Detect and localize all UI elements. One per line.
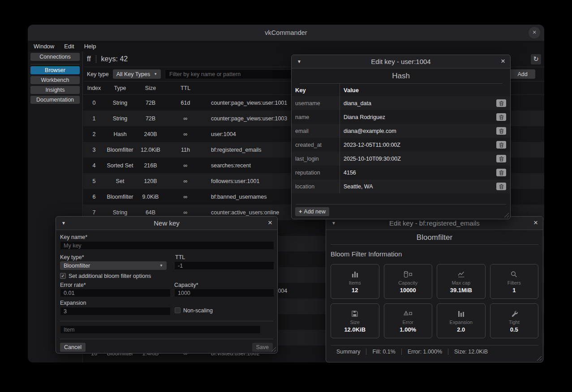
resize-handle[interactable] — [536, 355, 542, 361]
summary-item: Fill: 0.1% — [366, 349, 401, 355]
collapse-icon[interactable]: ▼ — [297, 55, 301, 68]
resize-handle[interactable] — [503, 212, 509, 217]
stat-value: 2.0 — [457, 326, 465, 333]
hash-field-row[interactable]: location Seattle, WA — [292, 179, 510, 193]
capacity-label: Capacity* — [174, 282, 198, 288]
add-new-label: Add new — [304, 209, 326, 215]
key-type-dropdown[interactable]: All Key Types ▼ — [113, 69, 161, 79]
key-type-value: Bloomfilter — [64, 263, 90, 269]
column-type[interactable]: Type — [105, 85, 135, 91]
error-rate-label: Error rate* — [60, 282, 86, 288]
expansion-label: Expansion — [60, 300, 86, 306]
expansion-input[interactable] — [60, 307, 171, 315]
sidebar-item-workbench[interactable]: Workbench — [30, 76, 80, 84]
trash-icon[interactable] — [496, 113, 506, 121]
stat-card-expansion: Expansion 2.0 — [437, 303, 486, 338]
divider — [331, 345, 538, 345]
hash-field-row[interactable]: name Diana Rodriguez — [292, 110, 510, 124]
new-key-dialog-titlebar[interactable]: ▼ New key × — [56, 217, 277, 230]
column-ttl[interactable]: TTL — [166, 85, 205, 91]
field-value: Seattle, WA — [340, 183, 492, 190]
cell-index: 3 — [83, 147, 105, 153]
cell-size: 216B — [135, 162, 166, 169]
stat-value: 0.5 — [510, 326, 518, 333]
menu-item-help[interactable]: Help — [84, 43, 96, 50]
field-key: created_at — [292, 138, 340, 152]
field-key: location — [292, 179, 340, 193]
add-new-field-button[interactable]: + Add new — [295, 207, 329, 216]
close-icon[interactable]: × — [533, 217, 538, 229]
window-title: vkCommander — [28, 25, 544, 41]
summary-item: Summary — [331, 349, 366, 355]
key-name-label: Key name* — [60, 234, 87, 240]
line-chart-icon — [457, 270, 465, 279]
non-scaling-label: Non-scaling — [183, 307, 213, 314]
sidebar-item-browser[interactable]: Browser — [30, 66, 80, 74]
field-value: diana_data — [340, 100, 492, 107]
close-icon[interactable]: × — [501, 55, 505, 68]
cell-type: Hash — [105, 131, 135, 137]
item-input[interactable] — [60, 325, 261, 334]
trash-icon[interactable] — [496, 169, 506, 176]
hash-edit-dialog: ▼ Edit key - user:1004 × Hash Key Value … — [291, 55, 511, 219]
cell-ttl: 61d — [166, 100, 205, 106]
bar-chart-icon — [351, 270, 359, 279]
stat-label: Tight — [509, 320, 520, 325]
collapse-icon[interactable]: ▼ — [61, 217, 66, 230]
hash-dialog-titlebar[interactable]: ▼ Edit key - user:1004 × — [292, 55, 510, 68]
bloom-info-heading: Bloom Filter Information — [331, 250, 543, 258]
stat-value: 1.00% — [400, 326, 416, 333]
trash-icon[interactable] — [496, 155, 506, 162]
ttl-input[interactable] — [174, 261, 274, 270]
hash-field-row[interactable]: reputation 4156 — [292, 166, 510, 179]
cell-index: 5 — [83, 178, 105, 184]
save-button[interactable]: Save — [252, 343, 273, 352]
cell-index: 4 — [83, 162, 105, 169]
column-size[interactable]: Size — [135, 85, 166, 91]
cell-index: 1 — [83, 115, 105, 122]
key-type-badge: Hash — [292, 72, 510, 81]
column-index[interactable]: Index — [83, 85, 105, 91]
hash-field-row[interactable]: last_login 2025-10-10T09:30:00Z — [292, 152, 510, 166]
sidebar-item-insights[interactable]: Insights — [30, 86, 80, 94]
hash-table-header: Key Value — [292, 84, 510, 96]
bloom-summary: SummaryFill: 0.1%Error: 1.000%Size: 12.0… — [331, 349, 543, 355]
sidebar-item-documentation[interactable]: Documentation — [30, 96, 80, 104]
cell-ttl: ∞ — [166, 209, 205, 216]
trash-icon[interactable] — [496, 141, 506, 149]
key-type-value: All Key Types — [116, 71, 151, 77]
hash-field-row[interactable]: created_at 2023-12-05T11:00:00Z — [292, 138, 510, 152]
key-type-dropdown[interactable]: Bloomfilter ▼ — [60, 261, 167, 270]
cell-index: 2 — [83, 131, 105, 137]
cancel-button[interactable]: Cancel — [60, 343, 86, 352]
field-value: 2023-12-05T11:00:00Z — [340, 142, 492, 148]
key-name-input[interactable] — [60, 241, 274, 250]
trash-icon[interactable] — [496, 99, 506, 107]
cell-type: Bloomfilter — [105, 194, 135, 200]
cell-ttl: ∞ — [166, 194, 205, 200]
refresh-icon[interactable]: ↻ — [531, 54, 541, 64]
cell-size: 240B — [135, 131, 166, 137]
error-rate-input[interactable] — [60, 289, 171, 297]
capacity-input[interactable] — [174, 289, 274, 297]
close-icon[interactable]: × — [268, 217, 272, 229]
cell-type: Bloomfilter — [105, 147, 135, 153]
bloom-options-checkbox[interactable]: ✓ — [60, 273, 66, 279]
menu-item-window[interactable]: Window — [34, 43, 54, 50]
window-close-icon[interactable]: × — [529, 27, 540, 38]
hash-field-table: username diana_data name Diana Rodriguez… — [292, 96, 510, 193]
hash-field-row[interactable]: email diana@example.com — [292, 124, 510, 138]
add-key-button[interactable]: Add — [510, 69, 535, 79]
window-titlebar[interactable]: vkCommander × — [28, 25, 544, 41]
menu-item-edit[interactable]: Edit — [64, 43, 74, 50]
trash-icon[interactable] — [496, 183, 506, 190]
sidebar-item-connections[interactable]: Connections — [30, 53, 80, 61]
non-scaling-checkbox[interactable] — [175, 307, 181, 313]
trash-icon[interactable] — [496, 127, 506, 135]
new-key-dialog-title: New key — [56, 217, 277, 230]
hash-field-row[interactable]: username diana_data — [292, 96, 510, 110]
summary-item: Error: 1.000% — [401, 349, 448, 355]
stat-label: Capacity — [398, 280, 417, 285]
field-value: Diana Rodriguez — [340, 114, 492, 120]
stat-card-maxcap: Max cap 39.1MiB — [437, 264, 486, 299]
